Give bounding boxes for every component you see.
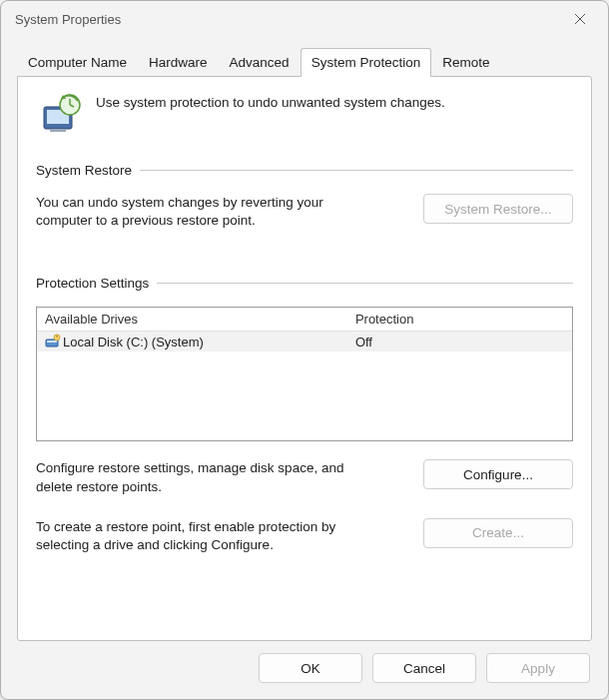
titlebar: System Properties [1,1,608,37]
configure-description: Configure restore settings, manage disk … [36,459,375,495]
group-system-restore: System Restore You can undo system chang… [36,163,573,242]
svg-rect-12 [56,336,58,338]
tab-system-protection[interactable]: System Protection [301,48,432,77]
tab-strip: Computer Name Hardware Advanced System P… [17,47,592,76]
tab-hardware[interactable]: Hardware [138,48,219,77]
system-protection-icon [40,93,84,137]
group-protection-settings: Protection Settings Available Drives Pro… [36,276,573,608]
content-area: Computer Name Hardware Advanced System P… [1,37,608,641]
tab-remote[interactable]: Remote [431,48,500,77]
drive-icon [45,334,61,350]
divider [140,170,573,171]
svg-rect-10 [47,341,57,343]
create-description: To create a restore point, first enable … [36,518,375,554]
drive-protection-status: Off [347,333,572,351]
group-label-protection-settings: Protection Settings [36,276,149,291]
table-row[interactable]: Local Disk (C:) (System) Off [37,332,572,351]
drives-table-header: Available Drives Protection [37,308,572,332]
tab-panel-system-protection: Use system protection to undo unwanted s… [17,76,592,641]
group-label-system-restore: System Restore [36,163,132,178]
apply-button[interactable]: Apply [486,653,590,683]
system-restore-button[interactable]: System Restore... [423,194,573,224]
close-icon [574,13,586,25]
dialog-footer: OK Cancel Apply [1,641,608,699]
system-properties-window: System Properties Computer Name Hardware… [0,0,609,700]
intro-row: Use system protection to undo unwanted s… [36,87,573,163]
ok-button[interactable]: OK [259,653,362,683]
configure-button[interactable]: Configure... [423,459,573,489]
column-header-drives[interactable]: Available Drives [37,308,347,331]
tab-advanced[interactable]: Advanced [219,48,301,77]
create-button[interactable]: Create... [423,518,573,548]
system-restore-description: You can undo system changes by reverting… [36,194,375,230]
tab-computer-name[interactable]: Computer Name [17,48,138,77]
cancel-button[interactable]: Cancel [372,653,476,683]
close-button[interactable] [560,4,600,34]
divider [157,283,573,284]
svg-rect-4 [50,129,66,132]
window-title: System Properties [15,12,121,27]
drive-name: Local Disk (C:) (System) [63,335,204,350]
drives-table[interactable]: Available Drives Protection Local Disk (… [36,307,573,441]
column-header-protection[interactable]: Protection [347,308,572,331]
intro-text: Use system protection to undo unwanted s… [96,93,445,110]
